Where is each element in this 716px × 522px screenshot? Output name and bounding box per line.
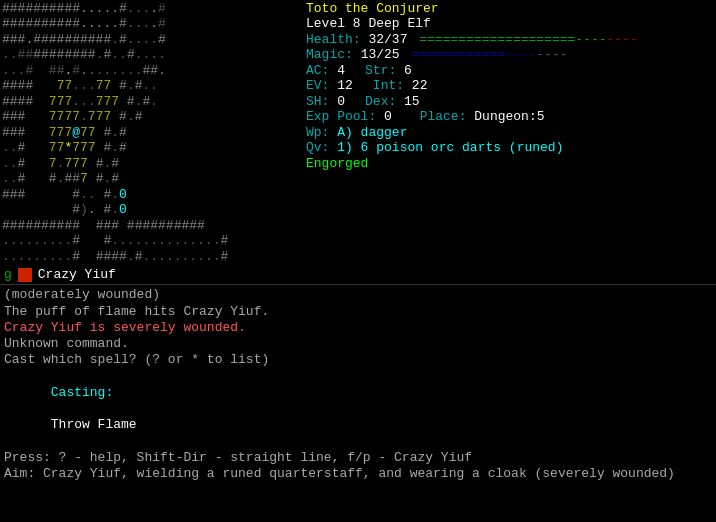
top-section: ##########.....#....# ##########.....#..…	[0, 0, 716, 265]
character-name: Toto the Conjurer	[306, 1, 710, 16]
sh-dex-row: SH: 0 Dex: 15	[306, 94, 710, 109]
health-row: Health: 32/37 ====================------…	[306, 32, 710, 47]
monster-glyph: g	[4, 267, 12, 282]
exp-row: Exp Pool: 0 Place: Dungeon:5	[306, 109, 710, 124]
map-line: ########## ### ##########	[2, 218, 298, 233]
map-line: .........# #..............#	[2, 233, 298, 248]
msg-line-2: The puff of flame hits Crazy Yiuf.	[4, 304, 712, 320]
magic-row: Magic: 13/25 ============--------	[306, 47, 710, 62]
map-line: ..# 7.777 #.#	[2, 156, 298, 171]
map-line: #). #.0	[2, 202, 298, 217]
app-layout: ##########.....#....# ##########.....#..…	[0, 0, 716, 522]
map-line: ..# #.##7 #.#	[2, 171, 298, 186]
map-line: #### 777...777 #.#.	[2, 94, 298, 109]
game-map: ##########.....#....# ##########.....#..…	[0, 0, 300, 265]
messages-panel: (moderately wounded) The puff of flame h…	[0, 284, 716, 522]
weapon-row: Wp: A) dagger	[306, 125, 710, 140]
map-line: ##########.....#....#	[2, 1, 298, 16]
monster-icon	[18, 268, 32, 282]
msg-line-1: (moderately wounded)	[4, 287, 712, 303]
map-line: .........# ####.#..........#	[2, 249, 298, 264]
ac-str-row: AC: 4 Str: 6	[306, 63, 710, 78]
monster-line: g Crazy Yiuf	[0, 265, 716, 284]
map-line: ### #.. #.0	[2, 187, 298, 202]
msg-line-8: Aim: Crazy Yiuf, wielding a runed quarte…	[4, 466, 712, 482]
character-level: Level 8 Deep Elf	[306, 16, 710, 31]
map-line: ###.##########.#....#	[2, 32, 298, 47]
map-line: ### 777@77 #.#	[2, 125, 298, 140]
ev-int-row: EV: 12 Int: 22	[306, 78, 710, 93]
msg-line-3: Crazy Yiuf is severely wounded.	[4, 320, 712, 336]
monster-name: Crazy Yiuf	[38, 267, 116, 282]
map-line: ...# ##.#........##.	[2, 63, 298, 78]
map-line: #### 77...77 #.#..	[2, 78, 298, 93]
stats-panel: Toto the Conjurer Level 8 Deep Elf Healt…	[300, 0, 716, 265]
map-line: ..##########.#..#....	[2, 47, 298, 62]
msg-line-7: Press: ? - help, Shift-Dir - straight li…	[4, 450, 712, 466]
map-line: ##########.....#....#	[2, 16, 298, 31]
msg-line-4: Unknown command.	[4, 336, 712, 352]
status-row: Engorged	[306, 156, 710, 171]
msg-line-5: Cast which spell? (? or * to list)	[4, 352, 712, 368]
quiver-row: Qv: 1) 6 poison orc darts (runed)	[306, 140, 710, 155]
map-line: ..# 77*777 #.#	[2, 140, 298, 155]
msg-line-6: Casting: Throw Flame	[4, 369, 712, 450]
map-line: ### 7777.777 #.#	[2, 109, 298, 124]
